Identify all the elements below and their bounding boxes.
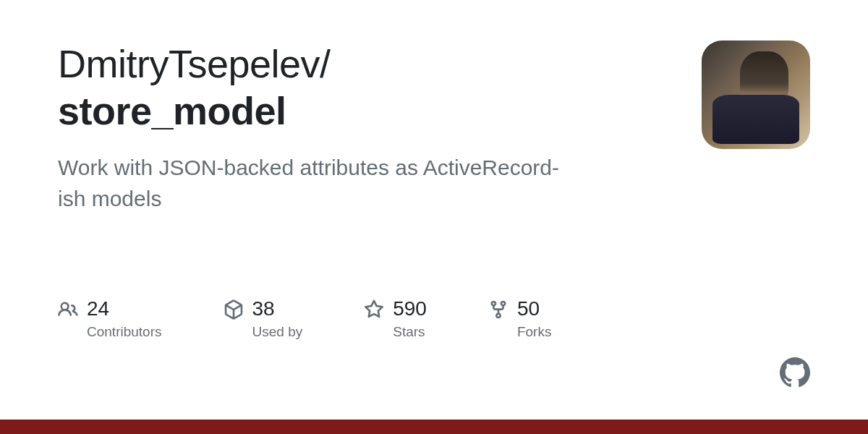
repo-description: Work with JSON-backed attributes as Acti… (58, 152, 579, 215)
people-icon (58, 299, 78, 320)
stat-contributors[interactable]: 24 Contributors (58, 298, 162, 341)
usedby-value: 38 (252, 298, 303, 320)
fork-icon (488, 299, 509, 320)
contributors-value: 24 (87, 298, 162, 320)
stat-usedby[interactable]: 38 Used by (224, 298, 303, 341)
contributors-label: Contributors (87, 324, 162, 340)
package-icon (224, 299, 244, 320)
usedby-label: Used by (252, 324, 303, 340)
repo-title[interactable]: DmitryTsepelev/ store_model (58, 41, 673, 135)
repo-owner: DmitryTsepelev/ (58, 42, 331, 85)
stars-label: Stars (393, 324, 427, 340)
forks-label: Forks (517, 324, 552, 340)
stats-bar: 24 Contributors 38 Used by 590 Stars (58, 298, 810, 341)
star-icon (364, 299, 384, 320)
avatar[interactable] (702, 41, 810, 149)
stat-stars[interactable]: 590 Stars (364, 298, 427, 341)
stars-value: 590 (393, 298, 427, 320)
repo-name: store_model (58, 88, 673, 135)
accent-bar (0, 420, 868, 434)
github-logo-icon[interactable] (780, 357, 810, 388)
stat-forks[interactable]: 50 Forks (488, 298, 552, 341)
forks-value: 50 (517, 298, 552, 320)
